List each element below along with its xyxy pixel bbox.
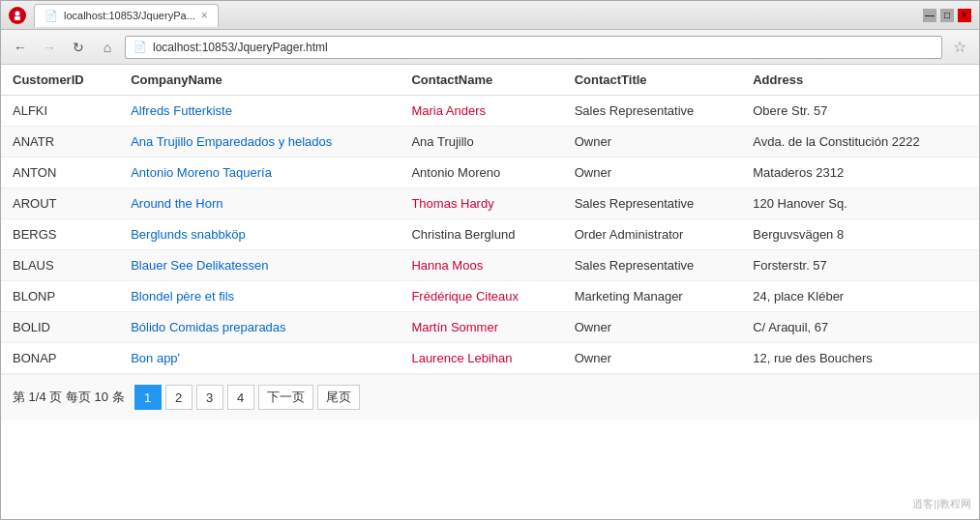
- page-number-button[interactable]: 3: [196, 385, 223, 410]
- cell-contact-title: Sales Representative: [563, 96, 742, 127]
- cell-contact-title: Marketing Manager: [563, 281, 742, 312]
- cell-customer-id: BONAP: [1, 343, 119, 374]
- cell-contact-name[interactable]: Thomas Hardy: [400, 188, 562, 219]
- cell-company-name[interactable]: Antonio Moreno Taquería: [119, 158, 400, 188]
- table-header-row: CustomerID CompanyName ContactName Conta…: [1, 65, 979, 96]
- cell-contact-name: Christina Berglund: [400, 219, 562, 250]
- window-controls: — □ ×: [923, 9, 971, 22]
- tab-icon: 📄: [45, 10, 58, 22]
- cell-contact-title: Sales Representative: [563, 188, 742, 219]
- cell-contact-name[interactable]: Martín Sommer: [400, 312, 562, 343]
- cell-contact-name[interactable]: Laurence Lebihan: [400, 343, 562, 374]
- page-number-button[interactable]: 4: [227, 385, 254, 410]
- cell-company-name[interactable]: Blauer See Delikatessen: [119, 250, 400, 281]
- cell-address: 24, place Kléber: [741, 281, 979, 312]
- table-row: BLONPBlondel père et filsFrédérique Cite…: [1, 281, 979, 312]
- cell-contact-title: Owner: [563, 127, 742, 158]
- cell-contact-title: Order Administrator: [563, 219, 742, 250]
- col-company-name: CompanyName: [119, 65, 400, 96]
- table-row: BLAUSBlauer See DelikatessenHanna MoosSa…: [1, 250, 979, 281]
- browser-logo: [9, 7, 26, 24]
- cell-contact-name: Ana Trujillo: [400, 127, 562, 158]
- bookmark-button[interactable]: ☆: [948, 36, 971, 59]
- svg-point-1: [15, 11, 20, 15]
- page-number-button[interactable]: 1: [134, 385, 162, 410]
- address-text: localhost:10853/JqueryPager.html: [153, 41, 328, 54]
- last-page-button[interactable]: 尾页: [317, 385, 360, 410]
- table-row: ANTONAntonio Moreno TaqueríaAntonio More…: [1, 158, 979, 188]
- tab-close-button[interactable]: ×: [201, 9, 208, 22]
- address-bar[interactable]: 📄 localhost:10853/JqueryPager.html: [125, 36, 942, 59]
- cell-contact-title: Owner: [563, 312, 742, 343]
- cell-contact-name: Antonio Moreno: [400, 158, 562, 188]
- cell-address: 120 Hanover Sq.: [741, 188, 979, 219]
- cell-company-name[interactable]: Ana Trujillo Emparedados y helados: [119, 127, 400, 158]
- minimize-button[interactable]: —: [923, 9, 936, 22]
- cell-customer-id: ALFKI: [1, 96, 119, 127]
- page-info: 第 1/4 页 每页 10 条: [13, 389, 125, 406]
- table-row: BONAPBon app'Laurence LebihanOwner12, ru…: [1, 343, 979, 374]
- cell-customer-id: ANTON: [1, 158, 119, 188]
- refresh-button[interactable]: ↻: [67, 36, 90, 59]
- table-row: ALFKIAlfreds FutterkisteMaria AndersSale…: [1, 96, 979, 127]
- cell-address: Avda. de la Constitución 2222: [741, 127, 979, 158]
- page-number-button[interactable]: 2: [165, 385, 193, 410]
- page-content: CustomerID CompanyName ContactName Conta…: [1, 65, 979, 519]
- cell-company-name[interactable]: Berglunds snabbköp: [119, 219, 400, 250]
- close-button[interactable]: ×: [958, 9, 971, 22]
- watermark: 逍客||教程网: [912, 497, 971, 511]
- cell-company-name[interactable]: Bon app': [119, 343, 400, 374]
- cell-customer-id: BOLID: [1, 312, 119, 343]
- tab-label: localhost:10853/JqueryPa...: [64, 10, 195, 21]
- cell-customer-id: BLAUS: [1, 250, 119, 281]
- address-icon: 📄: [134, 41, 147, 53]
- table-row: BOLIDBólido Comidas preparadasMartín Som…: [1, 312, 979, 343]
- page-buttons: 1234下一页尾页: [134, 385, 360, 410]
- cell-contact-name[interactable]: Hanna Moos: [400, 250, 562, 281]
- title-bar: 📄 localhost:10853/JqueryPa... × — □ ×: [1, 1, 979, 30]
- back-button[interactable]: ←: [9, 36, 32, 59]
- data-table: CustomerID CompanyName ContactName Conta…: [1, 65, 979, 374]
- col-contact-name: ContactName: [400, 65, 562, 96]
- cell-company-name[interactable]: Blondel père et fils: [119, 281, 400, 312]
- cell-contact-title: Sales Representative: [563, 250, 742, 281]
- col-address: Address: [741, 65, 979, 96]
- cell-contact-name[interactable]: Frédérique Citeaux: [400, 281, 562, 312]
- active-tab[interactable]: 📄 localhost:10853/JqueryPa... ×: [34, 4, 219, 27]
- cell-customer-id: BERGS: [1, 219, 119, 250]
- cell-address: 12, rue des Bouchers: [741, 343, 979, 374]
- cell-contact-title: Owner: [563, 158, 742, 188]
- cell-customer-id: ANATR: [1, 127, 119, 158]
- home-button[interactable]: ⌂: [96, 36, 119, 59]
- cell-address: Forsterstr. 57: [741, 250, 979, 281]
- cell-address: Berguvsvägen 8: [741, 219, 979, 250]
- browser-window: 📄 localhost:10853/JqueryPa... × — □ × ← …: [0, 0, 980, 520]
- pagination: 第 1/4 页 每页 10 条 1234下一页尾页: [1, 374, 979, 419]
- forward-button[interactable]: →: [38, 36, 61, 59]
- maximize-button[interactable]: □: [940, 9, 954, 22]
- cell-company-name[interactable]: Bólido Comidas preparadas: [119, 312, 400, 343]
- cell-customer-id: AROUT: [1, 188, 119, 219]
- cell-address: Mataderos 2312: [741, 158, 979, 188]
- table-row: ANATRAna Trujillo Emparedados y heladosA…: [1, 127, 979, 158]
- nav-bar: ← → ↻ ⌂ 📄 localhost:10853/JqueryPager.ht…: [1, 30, 979, 65]
- cell-company-name[interactable]: Around the Horn: [119, 188, 400, 219]
- col-contact-title: ContactTitle: [563, 65, 742, 96]
- table-row: AROUTAround the HornThomas HardySales Re…: [1, 188, 979, 219]
- cell-company-name[interactable]: Alfreds Futterkiste: [119, 96, 400, 127]
- table-row: BERGSBerglunds snabbköpChristina Berglun…: [1, 219, 979, 250]
- next-page-button[interactable]: 下一页: [258, 385, 313, 410]
- svg-rect-2: [15, 16, 20, 20]
- cell-customer-id: BLONP: [1, 281, 119, 312]
- table-body: ALFKIAlfreds FutterkisteMaria AndersSale…: [1, 96, 979, 374]
- cell-address: Obere Str. 57: [741, 96, 979, 127]
- cell-address: C/ Araquil, 67: [741, 312, 979, 343]
- cell-contact-title: Owner: [563, 343, 742, 374]
- col-customer-id: CustomerID: [1, 65, 119, 96]
- tab-area: 📄 localhost:10853/JqueryPa... ×: [34, 4, 919, 27]
- cell-contact-name[interactable]: Maria Anders: [400, 96, 562, 127]
